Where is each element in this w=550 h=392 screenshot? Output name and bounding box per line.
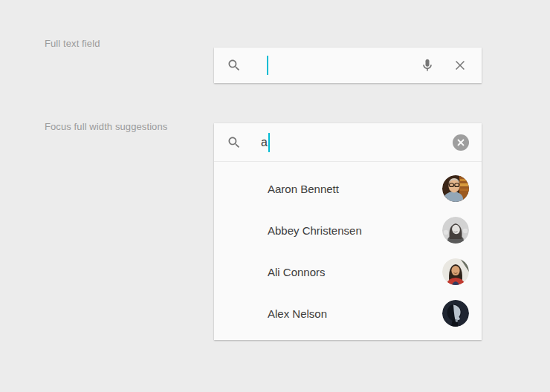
search-bar-with-suggestions: a Aaron Bennett <box>214 123 482 340</box>
microphone-icon[interactable] <box>420 57 435 74</box>
clear-circle-icon[interactable] <box>453 134 469 151</box>
suggestion-abbey-christensen[interactable]: Abbey Christensen <box>214 209 482 251</box>
text-cursor <box>268 133 270 152</box>
suggestion-ali-connors[interactable]: Ali Connors <box>214 251 482 293</box>
suggestion-name: Abbey Christensen <box>268 209 362 251</box>
suggestion-name: Aaron Bennett <box>268 168 339 209</box>
avatar-alex-nelson <box>442 300 469 327</box>
avatar-aaron-bennett <box>442 175 469 202</box>
suggestion-name: Ali Connors <box>268 251 326 293</box>
search-bar-empty[interactable] <box>214 48 482 83</box>
suggestion-aaron-bennett[interactable]: Aaron Bennett <box>214 168 482 209</box>
avatar-abbey-christensen <box>442 217 469 244</box>
avatar-ali-connors <box>442 258 469 285</box>
suggestions-demo-label: Focus full width suggestions <box>45 121 167 132</box>
text-cursor <box>267 56 268 75</box>
close-icon[interactable] <box>453 58 468 73</box>
search-query-text: a <box>261 136 268 149</box>
suggestion-name: Alex Nelson <box>268 293 327 334</box>
suggestion-list: Aaron Bennett <box>214 162 482 340</box>
suggestion-alex-nelson[interactable]: Alex Nelson <box>214 293 482 334</box>
full-text-field-label: Full text field <box>45 38 100 49</box>
search-input[interactable]: a <box>214 123 482 161</box>
search-icon <box>227 135 242 150</box>
search-icon <box>227 58 242 73</box>
